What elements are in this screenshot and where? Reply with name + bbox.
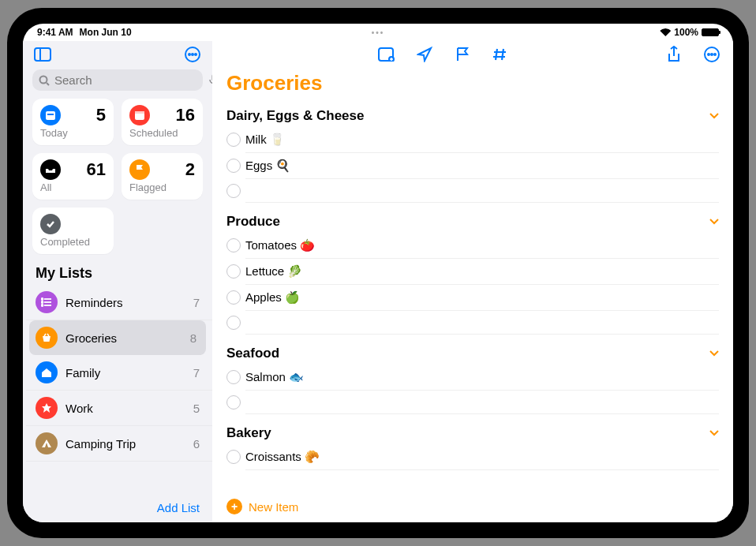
list-count: 5 bbox=[193, 402, 200, 415]
section-title: Bakery bbox=[226, 425, 271, 441]
basket-icon bbox=[36, 327, 58, 349]
completed-card[interactable]: Completed bbox=[32, 208, 114, 254]
flagged-card[interactable]: 2 Flagged bbox=[122, 153, 203, 200]
today-label: Today bbox=[40, 127, 106, 139]
list-count: 8 bbox=[190, 331, 196, 345]
svg-marker-20 bbox=[42, 403, 51, 413]
svg-point-33 bbox=[708, 54, 709, 55]
svg-line-7 bbox=[47, 83, 49, 85]
list-row-family[interactable]: Family 7 bbox=[26, 355, 212, 391]
svg-rect-10 bbox=[46, 111, 55, 120]
today-count: 5 bbox=[96, 105, 106, 125]
svg-marker-27 bbox=[418, 48, 431, 61]
reminder-text: Salmon 🐟 bbox=[245, 370, 304, 384]
chevron-down-icon[interactable] bbox=[709, 350, 719, 357]
reminder-text: Tomatoes 🍅 bbox=[245, 238, 315, 252]
plus-icon: + bbox=[226, 499, 242, 514]
multitask-dots[interactable]: ••• bbox=[372, 28, 385, 37]
more-button[interactable] bbox=[182, 44, 203, 65]
tag-button[interactable] bbox=[490, 44, 511, 65]
reminder-text: Apples 🍏 bbox=[245, 290, 300, 305]
chevron-down-icon[interactable] bbox=[709, 430, 719, 436]
svg-line-28 bbox=[496, 49, 497, 60]
list-name: Reminders bbox=[65, 296, 185, 309]
reminder-section: BakeryCroissants 🥐 bbox=[226, 421, 719, 470]
reminder-text: Milk 🥛 bbox=[245, 133, 285, 147]
battery-percent: 100% bbox=[674, 27, 698, 38]
share-button[interactable] bbox=[664, 44, 684, 65]
home-icon bbox=[36, 361, 58, 383]
status-bar: 9:41 AM Mon Jun 10 ••• 100% bbox=[23, 24, 733, 41]
search-input[interactable] bbox=[54, 73, 204, 87]
list-count: 7 bbox=[193, 296, 200, 309]
location-button[interactable] bbox=[414, 44, 435, 65]
svg-point-17 bbox=[42, 298, 43, 300]
reminder-item[interactable]: Eggs 🍳 bbox=[245, 153, 719, 179]
search-field[interactable] bbox=[32, 69, 203, 91]
svg-rect-11 bbox=[47, 114, 54, 115]
scheduled-count: 16 bbox=[176, 105, 195, 125]
svg-line-29 bbox=[502, 49, 503, 60]
reminder-item[interactable]: Lettuce 🥬 bbox=[245, 259, 719, 285]
chevron-down-icon[interactable] bbox=[709, 113, 719, 119]
svg-point-18 bbox=[42, 301, 43, 303]
tray-icon bbox=[40, 159, 61, 180]
tent-icon bbox=[36, 432, 58, 454]
check-icon bbox=[40, 214, 61, 234]
reminder-empty-slot[interactable] bbox=[245, 311, 719, 335]
sidebar: 5 Today 16 Scheduled bbox=[23, 41, 212, 522]
list-name: Groceries bbox=[65, 331, 182, 345]
reminder-item[interactable]: Apples 🍏 bbox=[245, 285, 719, 311]
today-card[interactable]: 5 Today bbox=[32, 99, 114, 145]
battery-icon bbox=[702, 28, 719, 36]
more-main-button[interactable] bbox=[702, 44, 722, 65]
wifi-icon bbox=[660, 28, 671, 36]
my-lists-header: My Lists bbox=[23, 254, 212, 285]
reminder-empty-slot[interactable] bbox=[245, 391, 719, 414]
add-list-button[interactable]: Add List bbox=[157, 501, 200, 514]
reminder-text: Croissants 🥐 bbox=[245, 450, 320, 464]
list-count: 6 bbox=[193, 437, 200, 451]
flagged-count: 2 bbox=[185, 159, 195, 180]
sidebar-toggle-button[interactable] bbox=[32, 44, 53, 65]
section-title: Produce bbox=[226, 214, 280, 230]
list-row-camping[interactable]: Camping Trip 6 bbox=[26, 426, 212, 462]
svg-point-35 bbox=[714, 54, 716, 55]
svg-point-3 bbox=[189, 54, 190, 55]
flag-icon bbox=[129, 159, 150, 180]
reminder-list[interactable]: Dairy, Eggs & CheeseMilk 🥛Eggs 🍳ProduceT… bbox=[212, 103, 733, 491]
svg-point-5 bbox=[195, 54, 196, 55]
main-pane: Groceries Dairy, Eggs & CheeseMilk 🥛Eggs… bbox=[212, 41, 733, 522]
section-title: Seafood bbox=[226, 346, 279, 361]
reminder-item[interactable]: Milk 🥛 bbox=[245, 127, 719, 153]
reminder-item[interactable]: Croissants 🥐 bbox=[245, 444, 719, 470]
list-count: 7 bbox=[193, 366, 200, 380]
reminder-text: Lettuce 🥬 bbox=[245, 264, 302, 279]
flag-button[interactable] bbox=[452, 44, 473, 65]
list-row-reminders[interactable]: Reminders 7 bbox=[26, 285, 212, 320]
svg-rect-0 bbox=[35, 48, 51, 61]
reminder-empty-slot[interactable] bbox=[245, 179, 719, 203]
list-name: Work bbox=[65, 402, 185, 415]
list-row-work[interactable]: Work 5 bbox=[26, 391, 212, 426]
reminder-item[interactable]: Salmon 🐟 bbox=[245, 365, 719, 391]
star-icon bbox=[36, 397, 58, 419]
all-card[interactable]: 61 All bbox=[32, 153, 114, 200]
reminder-item[interactable]: Tomatoes 🍅 bbox=[245, 233, 719, 259]
svg-point-6 bbox=[40, 76, 47, 83]
all-count: 61 bbox=[87, 159, 106, 180]
calendar-icon bbox=[40, 105, 61, 125]
list-name: Family bbox=[65, 366, 185, 380]
list-row-groceries[interactable]: Groceries 8 bbox=[29, 320, 206, 355]
new-item-button[interactable]: + New Item bbox=[212, 491, 733, 522]
reminder-section: SeafoodSalmon 🐟 bbox=[226, 341, 719, 414]
template-button[interactable] bbox=[376, 44, 397, 65]
flagged-label: Flagged bbox=[129, 181, 195, 193]
list-name: Camping Trip bbox=[65, 437, 185, 451]
scheduled-card[interactable]: 16 Scheduled bbox=[122, 99, 203, 145]
reminder-text: Eggs 🍳 bbox=[245, 159, 290, 173]
chevron-down-icon[interactable] bbox=[709, 219, 719, 225]
status-time: 9:41 AM bbox=[37, 27, 73, 38]
reminder-section: Dairy, Eggs & CheeseMilk 🥛Eggs 🍳 bbox=[226, 103, 719, 203]
reminder-section: ProduceTomatoes 🍅Lettuce 🥬Apples 🍏 bbox=[226, 209, 719, 335]
